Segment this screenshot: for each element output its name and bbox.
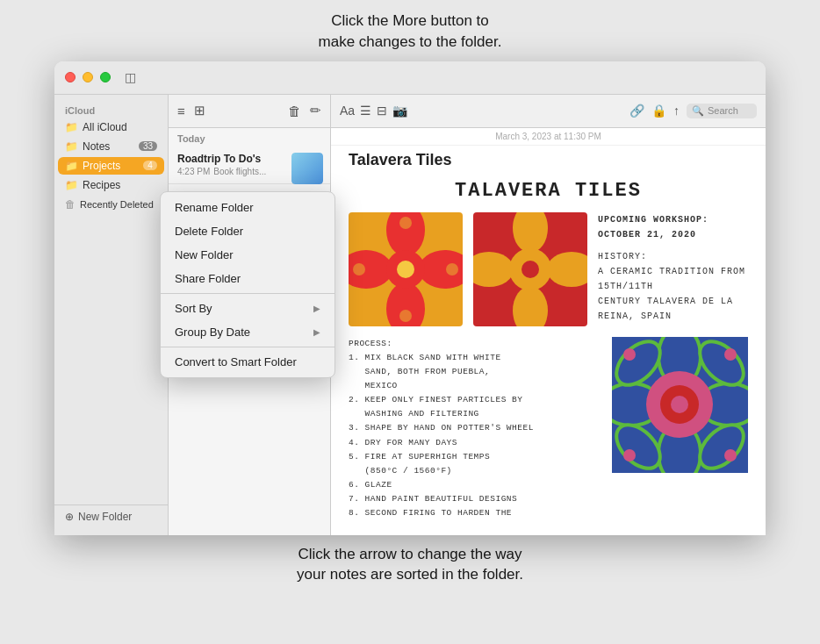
new-folder-button[interactable]: ⊕ New Folder [54,504,168,528]
rename-folder-label: Rename Folder [175,201,254,214]
delete-note-icon[interactable]: 🗑 [288,104,301,118]
plus-icon: ⊕ [65,511,74,523]
share-folder-label: Share Folder [175,272,241,285]
search-label: Search [708,105,738,116]
context-menu-sep-2 [161,347,334,347]
convert-smart-label: Convert to Smart Folder [175,355,297,369]
format-group: Aa ☰ ⊟ 📷 [340,104,407,118]
editor-title[interactable]: Talavera Tiles [331,146,766,173]
context-menu-delete-folder[interactable]: Delete Folder [161,219,334,243]
table-icon[interactable]: ⊟ [377,104,387,118]
svg-point-16 [353,263,365,275]
context-menu-new-folder[interactable]: New Folder [161,243,334,267]
svg-point-39 [724,348,737,361]
notes-section-today: Today [169,128,330,146]
group-by-date-label: Group By Date [175,326,250,339]
list-view-icon[interactable]: ≡ [177,104,185,118]
tile-red [473,212,587,326]
sidebar-item-label: All iCloud [83,121,127,133]
sidebar-item-recipes[interactable]: 📁 Recipes [58,176,164,194]
editor-body: TALAVERA TILES [331,173,766,535]
sidebar-section-label: iCloud [54,102,168,118]
folder-icon: 📁 [65,140,78,153]
context-menu-sep-1 [161,293,334,294]
svg-point-37 [671,396,688,413]
svg-point-38 [623,348,636,361]
sidebar-item-all-icloud[interactable]: 📁 All iCloud [58,118,164,136]
new-folder-label: New Folder [175,248,233,261]
sort-by-arrow: ▶ [313,304,320,313]
sidebar-item-recently-deleted[interactable]: 🗑 Recently Deleted [58,196,164,213]
history-text: HISTORY:A CERAMIC TRADITION FROM 15TH/11… [598,249,748,324]
projects-badge: 4 [143,161,157,170]
sidebar-toggle-icon[interactable]: ◫ [125,70,136,84]
folder-icon: 📁 [65,121,78,133]
maximize-button[interactable] [100,72,111,82]
compose-icon[interactable]: ✏ [310,103,321,118]
share-icon[interactable]: ↑ [673,104,680,118]
title-bar: ◫ [54,61,766,95]
minimize-button[interactable] [83,72,93,82]
folder-icon: 📁 [65,179,78,191]
svg-point-15 [399,310,412,322]
sidebar: iCloud 📁 All iCloud 📁 Notes 33 📁 Project… [54,95,169,535]
context-menu-rename-folder[interactable]: Rename Folder [161,196,334,219]
process-text: PROCESS: 1. MIX BLACK SAND WITH WHITE SA… [349,337,601,521]
note-thumbnail [291,153,323,184]
svg-point-40 [623,449,636,462]
svg-point-24 [521,261,539,278]
sidebar-item-projects[interactable]: 📁 Projects 4 [58,157,164,175]
annotation-bottom: Click the arrow to change the way your n… [0,535,820,586]
notes-badge: 33 [139,141,157,151]
lock-icon[interactable]: 🔒 [651,104,666,118]
svg-point-41 [724,449,737,462]
editor-meta: March 3, 2023 at 11:30 PM [331,128,766,146]
context-menu-group-by-date[interactable]: Group By Date ▶ [161,320,334,344]
notes-toolbar: ≡ ⊞ 🗑 ✏ [169,95,330,128]
sidebar-item-label: Recently Deleted [80,199,154,210]
note-text-right: UPCOMING WORKSHOP:OCTOBER 21, 2020 HISTO… [598,212,748,326]
search-box[interactable]: 🔍 Search [687,104,757,118]
context-menu: Rename Folder Delete Folder New Folder S… [160,191,335,378]
svg-point-17 [446,263,458,275]
sort-by-label: Sort By [175,302,212,315]
sidebar-item-label: Projects [83,160,120,172]
app-window: ◫ iCloud 📁 All iCloud 📁 Notes 33 📁 Proje… [54,61,766,535]
text-format-icon[interactable]: Aa [340,104,355,118]
tile-orange [349,212,463,326]
grid-view-icon[interactable]: ⊞ [194,103,205,118]
svg-point-13 [397,261,414,278]
svg-point-14 [399,217,412,229]
annotation-top: Click the More button to make changes to… [0,0,820,61]
note-preview: Book flights... [213,167,266,176]
sidebar-item-notes[interactable]: 📁 Notes 33 [58,138,164,155]
context-menu-share-folder[interactable]: Share Folder [161,267,334,290]
list-icon[interactable]: ☰ [360,104,371,118]
tiles-grid: UPCOMING WORKSHOP:OCTOBER 21, 2020 HISTO… [349,212,748,326]
upcoming-workshop: UPCOMING WORKSHOP:OCTOBER 21, 2020 [598,212,748,242]
collab-icon[interactable]: 🔗 [629,104,644,118]
close-button[interactable] [65,72,76,82]
new-folder-label: New Folder [78,511,132,523]
sidebar-item-label: Recipes [83,179,120,191]
process-section: PROCESS: 1. MIX BLACK SAND WITH WHITE SA… [349,337,748,521]
trash-icon: 🗑 [65,198,76,211]
tile-blue-large [612,337,748,473]
note-time: 4:23 PM [177,167,210,176]
sidebar-item-label: Notes [83,140,110,153]
folder-icon: 📁 [65,160,78,172]
group-by-date-arrow: ▶ [313,327,320,337]
context-menu-convert-smart[interactable]: Convert to Smart Folder [161,350,334,374]
handwritten-title: TALAVERA TILES [349,180,748,202]
note-item-roadtrip[interactable]: Roadtrip To Do's 4:23 PM Book flights... [169,146,330,184]
note-editor: Aa ☰ ⊟ 📷 🔗 🔒 ↑ 🔍 Search March 3, 20 [331,95,766,535]
editor-toolbar: Aa ☰ ⊟ 📷 🔗 🔒 ↑ 🔍 Search [331,95,766,128]
context-menu-sort-by[interactable]: Sort By ▶ [161,297,334,320]
search-icon: 🔍 [692,105,704,117]
delete-folder-label: Delete Folder [175,225,243,238]
attach-icon[interactable]: 📷 [392,104,407,118]
